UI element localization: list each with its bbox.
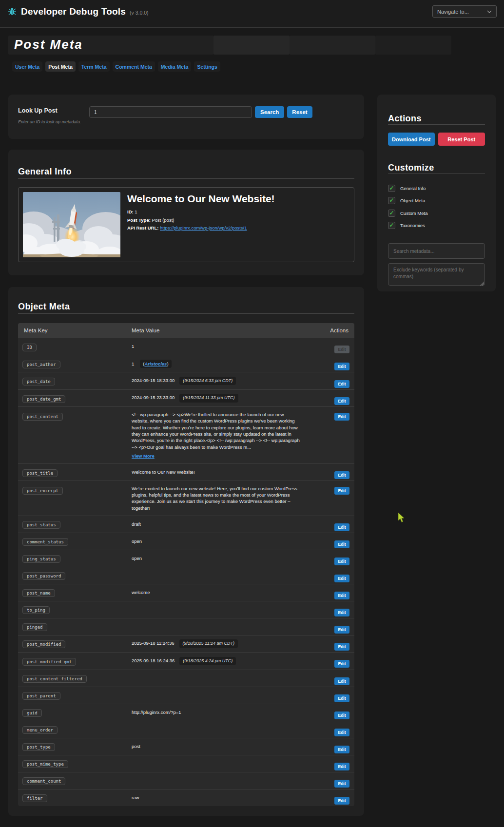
edit-button[interactable]: Edit xyxy=(334,487,349,495)
actions-cell: Edit xyxy=(334,535,354,548)
checkbox[interactable]: ✓ xyxy=(388,210,395,217)
edit-button[interactable]: Edit xyxy=(334,763,349,770)
meta-key-cell: post_parent xyxy=(18,691,132,700)
edit-button[interactable]: Edit xyxy=(334,471,349,479)
edit-button[interactable]: Edit xyxy=(334,609,349,616)
meta-key-badge: post_date xyxy=(22,378,55,385)
search-metadata-input[interactable] xyxy=(388,243,485,259)
exclude-keywords-textarea[interactable] xyxy=(388,263,485,286)
meta-value-text: draft xyxy=(132,521,141,527)
search-button[interactable]: Search xyxy=(255,106,284,118)
edit-button[interactable]: Edit xyxy=(334,780,349,788)
meta-value-cell: http://pluginrx.com/?p=1 xyxy=(132,705,181,719)
meta-value-cell: 1(Aristocles) xyxy=(132,355,172,372)
tab-post-meta[interactable]: Post Meta xyxy=(45,61,76,72)
meta-key-cell: post_type xyxy=(18,742,132,751)
actions-cell: Edit xyxy=(334,603,354,616)
post-id-line: ID: 1 xyxy=(127,208,275,216)
edit-button[interactable]: Edit xyxy=(334,746,349,753)
table-row: comment_countEdit xyxy=(18,772,354,789)
tab-term-meta[interactable]: Term Meta xyxy=(78,61,110,72)
edit-button[interactable]: Edit xyxy=(334,523,349,531)
edit-button[interactable]: Edit xyxy=(334,413,349,421)
meta-value-text: raw xyxy=(132,795,139,800)
meta-value-cell: welcome xyxy=(132,585,150,599)
checkbox-label: General Info xyxy=(400,186,426,191)
actions-cell: Edit xyxy=(334,774,354,788)
meta-value-cell: 2024-09-15 23:33:00(9/15/2024 11:33 pm U… xyxy=(132,390,238,406)
edit-button[interactable]: Edit xyxy=(334,592,349,599)
meta-value-text: open xyxy=(132,539,142,544)
title-band-block xyxy=(290,36,375,55)
title-band-block xyxy=(213,36,290,55)
post-title: Welcome to Our New Website! xyxy=(127,193,275,205)
meta-key-cell: comment_status xyxy=(18,537,132,546)
meta-key-cell: post_modified xyxy=(18,639,132,648)
meta-value-cell: 2024-09-15 18:33:00(9/15/2024 6:33 pm CD… xyxy=(132,372,236,389)
edit-button[interactable]: Edit xyxy=(334,797,349,805)
meta-value-cell: open xyxy=(132,551,142,565)
meta-key-badge: post_status xyxy=(22,521,60,529)
meta-value-text: welcome xyxy=(132,590,150,595)
tab-comment-meta[interactable]: Comment Meta xyxy=(113,61,155,72)
meta-value-text: 1 xyxy=(132,361,134,366)
tab-user-meta[interactable]: User Meta xyxy=(12,61,42,72)
author-link[interactable]: Aristocles xyxy=(144,361,167,366)
meta-key-badge: post_mime_type xyxy=(22,760,68,768)
local-time-badge: (9/15/2024 11:33 pm UTC) xyxy=(179,394,238,402)
meta-key-cell: post_modified_gmt xyxy=(18,656,132,666)
edit-button[interactable]: Edit xyxy=(334,575,349,582)
edit-button[interactable]: Edit xyxy=(334,712,349,719)
edit-button[interactable]: Edit xyxy=(334,397,349,405)
edit-button[interactable]: Edit xyxy=(334,363,349,370)
meta-key-cell: to_ping xyxy=(18,605,132,614)
meta-key-cell: ping_status xyxy=(18,554,132,563)
edit-button[interactable]: Edit xyxy=(334,380,349,388)
reset-post-button[interactable]: Reset Post xyxy=(438,133,485,146)
meta-value-cell: We’re excited to launch our new website!… xyxy=(132,481,300,516)
checkbox[interactable]: ✓ xyxy=(388,185,395,192)
customize-option-object-meta: ✓Object Meta xyxy=(388,197,485,205)
edit-button[interactable]: Edit xyxy=(334,540,349,548)
edit-button[interactable]: Edit xyxy=(334,660,349,668)
column-header-meta-key: Meta Key xyxy=(18,327,132,333)
meta-key-cell: post_name xyxy=(18,588,132,597)
lookup-post-panel: Look Up Post Enter an ID to look up meta… xyxy=(8,95,364,139)
tab-settings[interactable]: Settings xyxy=(194,61,220,72)
edit-button[interactable]: Edit xyxy=(334,729,349,736)
navigate-to-select[interactable]: Navigate to... xyxy=(432,5,497,18)
api-rest-url-link[interactable]: https://pluginrx.com/wp-json/wp/v2/posts… xyxy=(160,225,247,231)
edit-button[interactable]: Edit xyxy=(334,643,349,651)
actions-cell: Edit xyxy=(334,620,354,634)
edit-button[interactable]: Edit xyxy=(334,558,349,565)
meta-key-cell: post_author xyxy=(18,359,132,368)
edit-button[interactable]: Edit xyxy=(334,694,349,702)
table-row: ID1Edit xyxy=(18,338,354,355)
actions-cell: Edit xyxy=(334,689,354,702)
resize-grip-icon[interactable] xyxy=(480,281,484,286)
checkbox[interactable]: ✓ xyxy=(388,197,395,204)
actions-cell: Edit xyxy=(334,391,354,405)
meta-key-badge: comment_count xyxy=(22,777,65,785)
edit-button[interactable]: Edit xyxy=(334,346,349,353)
view-more-link[interactable]: View More xyxy=(132,453,155,459)
edit-button[interactable]: Edit xyxy=(334,626,349,634)
lookup-hint: Enter an ID to look up metadata. xyxy=(18,119,89,124)
checkbox[interactable]: ✓ xyxy=(388,222,395,229)
post-id-input[interactable] xyxy=(89,106,252,118)
edit-button[interactable]: Edit xyxy=(334,677,349,685)
reset-button[interactable]: Reset xyxy=(287,106,312,118)
table-row: ping_statusopenEdit xyxy=(18,550,354,567)
meta-value-cell: 2025-09-18 11:24:36(9/18/2025 11:24 am C… xyxy=(132,635,238,652)
table-row: pingedEdit xyxy=(18,618,354,635)
customize-checkbox-list: ✓General Info✓Object Meta✓Custom Meta✓Ta… xyxy=(388,184,485,230)
meta-value-text: post xyxy=(132,744,140,749)
title-band-block xyxy=(375,36,451,55)
bug-logo-icon xyxy=(7,7,17,17)
download-post-button[interactable]: Download Post xyxy=(388,133,435,146)
tab-media-meta[interactable]: Media Meta xyxy=(158,61,192,72)
api-url-line: API Rest URL: https://pluginrx.com/wp-js… xyxy=(127,224,275,232)
meta-value-text: 2024-09-15 23:33:00 xyxy=(132,395,174,400)
meta-key-badge: post_parent xyxy=(22,692,60,700)
meta-key-cell: post_mime_type xyxy=(18,759,132,768)
